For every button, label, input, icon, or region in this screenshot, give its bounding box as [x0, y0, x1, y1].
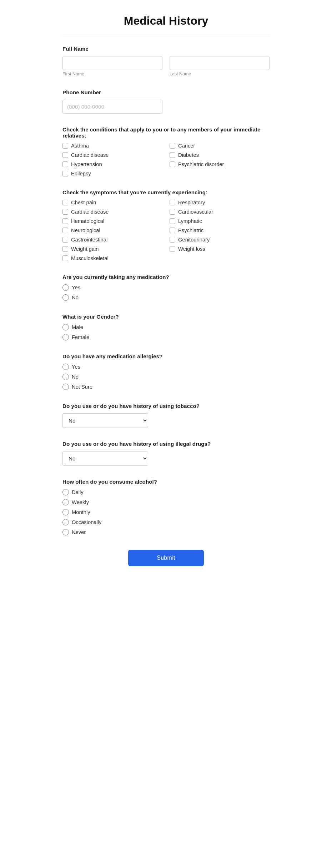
condition-item[interactable]: Hypertension	[62, 161, 162, 167]
condition-item[interactable]: Diabetes	[170, 152, 270, 158]
alcohol-item[interactable]: Monthly	[62, 509, 270, 515]
symptom-item[interactable]: Neurological	[62, 228, 162, 233]
medication-item[interactable]: Yes	[62, 284, 270, 291]
condition-checkbox[interactable]	[62, 143, 68, 149]
allergies-radio[interactable]	[62, 364, 69, 370]
allergies-item[interactable]: Not Sure	[62, 384, 270, 390]
symptoms-grid: Chest painRespiratoryCardiac diseaseCard…	[62, 200, 270, 261]
gender-option-label: Female	[72, 334, 89, 340]
alcohol-radio[interactable]	[62, 509, 69, 515]
condition-item[interactable]: Cardiac disease	[62, 152, 162, 158]
allergies-radio[interactable]	[62, 374, 69, 380]
condition-checkbox[interactable]	[62, 152, 68, 158]
page-title: Medical History	[62, 14, 270, 28]
symptom-checkbox[interactable]	[62, 200, 68, 205]
medication-option-label: Yes	[72, 285, 80, 290]
symptom-text: Lymphatic	[178, 218, 202, 224]
symptom-checkbox[interactable]	[62, 246, 68, 252]
alcohol-radio[interactable]	[62, 499, 69, 505]
gender-radio[interactable]	[62, 334, 69, 340]
condition-item[interactable]: Cancer	[170, 143, 270, 149]
symptom-item[interactable]: Lymphatic	[170, 218, 270, 224]
condition-checkbox[interactable]	[62, 161, 68, 167]
medication-radio[interactable]	[62, 294, 69, 301]
symptom-item[interactable]: Weight loss	[170, 246, 270, 252]
symptom-item[interactable]: Hematological	[62, 218, 162, 224]
alcohol-item[interactable]: Never	[62, 529, 270, 535]
allergies-item[interactable]: No	[62, 374, 270, 380]
symptom-item[interactable]: Genitourinary	[170, 237, 270, 243]
submit-button[interactable]: Submit	[128, 550, 204, 566]
symptom-item[interactable]: Psychiatric	[170, 228, 270, 233]
alcohol-item[interactable]: Daily	[62, 489, 270, 495]
illegal-drugs-select[interactable]: NoYesFormer	[62, 451, 148, 466]
condition-checkbox[interactable]	[170, 152, 175, 158]
full-name-label: Full Name	[62, 46, 270, 52]
symptom-text: Psychiatric	[178, 228, 203, 233]
header-divider	[62, 35, 270, 35]
condition-item[interactable]: Psychiatric disorder	[170, 161, 270, 167]
allergies-option-label: No	[72, 374, 79, 380]
condition-checkbox[interactable]	[170, 143, 175, 149]
symptom-checkbox[interactable]	[62, 237, 68, 243]
allergies-radio[interactable]	[62, 384, 69, 390]
medication-option-label: No	[72, 295, 79, 300]
medication-label: Are you currently taking any medication?	[62, 274, 270, 280]
condition-item[interactable]: Epilepsy	[62, 171, 270, 176]
condition-item[interactable]: Asthma	[62, 143, 162, 149]
symptom-item[interactable]: Chest pain	[62, 200, 162, 205]
condition-text: Psychiatric disorder	[178, 161, 224, 167]
first-name-input[interactable]	[62, 56, 162, 70]
alcohol-radio[interactable]	[62, 489, 69, 495]
symptom-checkbox[interactable]	[170, 209, 175, 215]
alcohol-option-label: Daily	[72, 489, 84, 495]
symptoms-section: Check the symptoms that you're currently…	[62, 189, 270, 261]
phone-section: Phone Number	[62, 89, 270, 114]
condition-text: Diabetes	[178, 152, 199, 158]
symptom-checkbox[interactable]	[62, 209, 68, 215]
gender-item[interactable]: Female	[62, 334, 270, 340]
alcohol-item[interactable]: Occasionally	[62, 519, 270, 525]
alcohol-section: How often do you consume alcohol? DailyW…	[62, 479, 270, 535]
gender-radio[interactable]	[62, 324, 69, 330]
symptom-checkbox[interactable]	[62, 218, 68, 224]
symptom-text: Neurological	[71, 228, 100, 233]
symptom-text: Cardiac disease	[71, 209, 109, 215]
condition-checkbox[interactable]	[62, 171, 68, 176]
symptom-checkbox[interactable]	[170, 200, 175, 205]
medication-item[interactable]: No	[62, 294, 270, 301]
symptom-item[interactable]: Musculoskeletal	[62, 255, 270, 261]
symptom-checkbox[interactable]	[170, 228, 175, 233]
gender-item[interactable]: Male	[62, 324, 270, 330]
condition-text: Hypertension	[71, 161, 102, 167]
symptom-text: Genitourinary	[178, 237, 210, 243]
alcohol-item[interactable]: Weekly	[62, 499, 270, 505]
symptom-item[interactable]: Cardiac disease	[62, 209, 162, 215]
conditions-section: Check the conditions that apply to you o…	[62, 126, 270, 176]
symptoms-label: Check the symptoms that you're currently…	[62, 189, 270, 195]
last-name-input[interactable]	[170, 56, 270, 70]
condition-text: Asthma	[71, 143, 89, 149]
phone-input[interactable]	[62, 100, 162, 114]
symptom-item[interactable]: Weight gain	[62, 246, 162, 252]
symptom-item[interactable]: Cardiovascular	[170, 209, 270, 215]
tobacco-section: Do you use or do you have history of usi…	[62, 403, 270, 428]
illegal-drugs-section: Do you use or do you have history of usi…	[62, 441, 270, 466]
tobacco-select[interactable]: NoYesFormer	[62, 413, 148, 428]
gender-radio-group: MaleFemale	[62, 324, 270, 340]
gender-label: What is your Gender?	[62, 314, 270, 320]
last-name-group: Last Name	[170, 56, 270, 76]
symptom-checkbox[interactable]	[170, 246, 175, 252]
alcohol-radio[interactable]	[62, 529, 69, 535]
symptom-checkbox[interactable]	[170, 237, 175, 243]
symptom-item[interactable]: Respiratory	[170, 200, 270, 205]
allergies-item[interactable]: Yes	[62, 364, 270, 370]
symptom-checkbox[interactable]	[62, 228, 68, 233]
condition-text: Epilepsy	[71, 171, 91, 176]
symptom-checkbox[interactable]	[62, 255, 68, 261]
condition-checkbox[interactable]	[170, 161, 175, 167]
medication-radio[interactable]	[62, 284, 69, 291]
alcohol-radio[interactable]	[62, 519, 69, 525]
symptom-checkbox[interactable]	[170, 218, 175, 224]
symptom-item[interactable]: Gastrointestinal	[62, 237, 162, 243]
